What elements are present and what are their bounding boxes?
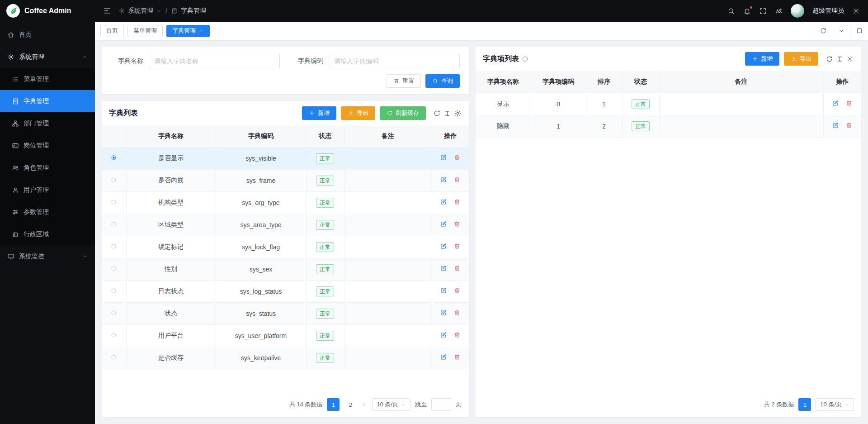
refresh-icon[interactable] [433, 110, 441, 117]
notifications-button[interactable] [743, 7, 751, 15]
edit-icon[interactable] [440, 309, 447, 316]
delete-icon[interactable] [845, 100, 853, 107]
page-button-2[interactable]: 2 [344, 398, 357, 411]
settings-icon[interactable] [846, 55, 854, 63]
sidebar-item-param[interactable]: 参数管理 [0, 201, 95, 223]
dict-item-row[interactable]: 隐藏12正常 [476, 115, 861, 137]
delete-icon[interactable] [453, 243, 461, 250]
sidebar-item-label: 系统监控 [19, 252, 77, 261]
jump-page-input[interactable] [431, 398, 451, 411]
avatar[interactable] [791, 4, 804, 18]
radio-button[interactable] [110, 221, 117, 228]
edit-icon[interactable] [440, 265, 447, 272]
radio-button[interactable] [110, 310, 117, 316]
radio-button[interactable] [110, 176, 117, 183]
sidebar-item-region[interactable]: 行政区域 [0, 223, 95, 245]
radio-button[interactable] [110, 265, 117, 272]
tab-menu[interactable]: 菜单管理 [127, 25, 163, 37]
delete-icon[interactable] [453, 309, 461, 316]
settings-icon[interactable] [454, 110, 462, 117]
export-dict-button[interactable]: 导出 [341, 106, 375, 120]
sidebar-item-menu[interactable]: 菜单管理 [0, 68, 95, 90]
sidebar-collapse-icon[interactable] [103, 7, 111, 15]
dict-row[interactable]: 日志状态sys_log_status正常 [102, 280, 469, 302]
edit-icon[interactable] [440, 331, 447, 338]
page-button-1[interactable]: 1 [798, 398, 811, 411]
sidebar-item-dict[interactable]: 字典管理 [0, 90, 95, 112]
edit-icon[interactable] [440, 243, 447, 250]
add-item-button[interactable]: 新增 [745, 52, 779, 66]
dict-row[interactable]: 区域类型sys_area_type正常 [102, 214, 469, 236]
delete-icon[interactable] [453, 176, 461, 183]
maximize-content-icon[interactable] [850, 22, 868, 40]
sidebar-item-label: 行政区域 [24, 230, 88, 238]
dict-name-input[interactable] [149, 54, 280, 68]
edit-icon[interactable] [440, 154, 447, 161]
dict-code-input[interactable] [329, 54, 460, 68]
delete-icon[interactable] [453, 331, 461, 338]
dict-item-row[interactable]: 显示01正常 [476, 93, 861, 115]
delete-icon[interactable] [453, 265, 461, 272]
delete-icon[interactable] [453, 287, 461, 294]
settings-icon[interactable] [852, 7, 860, 15]
dict-row[interactable]: 是否内嵌sys_frame正常 [102, 169, 469, 191]
export-item-button[interactable]: 导出 [784, 52, 818, 66]
sidebar-item-system[interactable]: 系统管理 [0, 46, 95, 68]
dict-row[interactable]: 锁定标记sys_lock_flag正常 [102, 236, 469, 258]
edit-icon[interactable] [832, 122, 839, 129]
sidebar-item-post[interactable]: 岗位管理 [0, 134, 95, 157]
dict-row[interactable]: 是否显示sys_visible正常 [102, 147, 469, 169]
sidebar-item-role[interactable]: 角色管理 [0, 157, 95, 179]
dict-row[interactable]: 状态sys_status正常 [102, 302, 469, 324]
radio-button[interactable] [110, 332, 117, 338]
page-size-select[interactable]: 10 条/页 [816, 398, 854, 411]
delete-icon[interactable] [453, 353, 461, 361]
reset-button[interactable]: 重置 [387, 74, 421, 88]
status-tag: 正常 [316, 176, 334, 186]
sidebar-item-home[interactable]: 首页 [0, 24, 95, 46]
page-size-select[interactable]: 10 条/页 [372, 398, 410, 411]
tab-dict[interactable]: 字典管理 [166, 25, 210, 37]
tab-home[interactable]: 首页 [100, 25, 124, 37]
sidebar-item-label: 用户管理 [24, 186, 88, 194]
radio-button[interactable] [110, 287, 117, 294]
refresh-page-icon[interactable] [814, 22, 832, 40]
query-button[interactable]: 查询 [425, 74, 460, 88]
edit-icon[interactable] [440, 220, 447, 228]
delete-icon[interactable] [845, 122, 853, 129]
radio-button[interactable] [110, 354, 117, 361]
refresh-icon[interactable] [826, 55, 833, 63]
add-dict-button[interactable]: 新增 [302, 106, 336, 120]
edit-icon[interactable] [440, 353, 447, 361]
dict-row[interactable]: 用户平台sys_user_platform正常 [102, 324, 469, 347]
delete-icon[interactable] [453, 198, 461, 205]
edit-icon[interactable] [440, 176, 447, 183]
edit-icon[interactable] [440, 198, 447, 205]
radio-button[interactable] [110, 154, 117, 161]
delete-icon[interactable] [453, 154, 461, 161]
tabs-menu-icon[interactable] [832, 22, 850, 40]
close-tab-icon[interactable] [199, 29, 204, 33]
fullscreen-icon[interactable] [759, 7, 767, 15]
radio-button[interactable] [110, 243, 117, 250]
refresh-cache-button[interactable]: 刷新缓存 [380, 106, 426, 120]
column-height-icon[interactable] [836, 55, 844, 63]
next-page-icon[interactable] [361, 401, 368, 408]
sidebar-item-dept[interactable]: 部门管理 [0, 112, 95, 134]
sidebar-item-monitor[interactable]: 系统监控 [0, 245, 95, 267]
column-height-icon[interactable] [443, 110, 451, 117]
translate-icon[interactable] [775, 7, 783, 15]
username[interactable]: 超级管理员 [812, 7, 844, 15]
dict-row[interactable]: 性别sys_sex正常 [102, 258, 469, 280]
breadcrumb-parent[interactable]: 系统管理 [128, 7, 153, 15]
radio-button[interactable] [110, 199, 117, 205]
dict-row[interactable]: 机构类型sys_org_type正常 [102, 191, 469, 214]
sidebar-item-user[interactable]: 用户管理 [0, 179, 95, 201]
app-logo[interactable]: Coffee Admin [0, 0, 95, 22]
edit-icon[interactable] [440, 287, 447, 294]
page-button-1[interactable]: 1 [327, 398, 340, 411]
edit-icon[interactable] [832, 100, 839, 107]
dict-row[interactable]: 是否缓存sys_keepalive正常 [102, 347, 469, 369]
search-icon[interactable] [727, 7, 735, 15]
delete-icon[interactable] [453, 220, 461, 228]
